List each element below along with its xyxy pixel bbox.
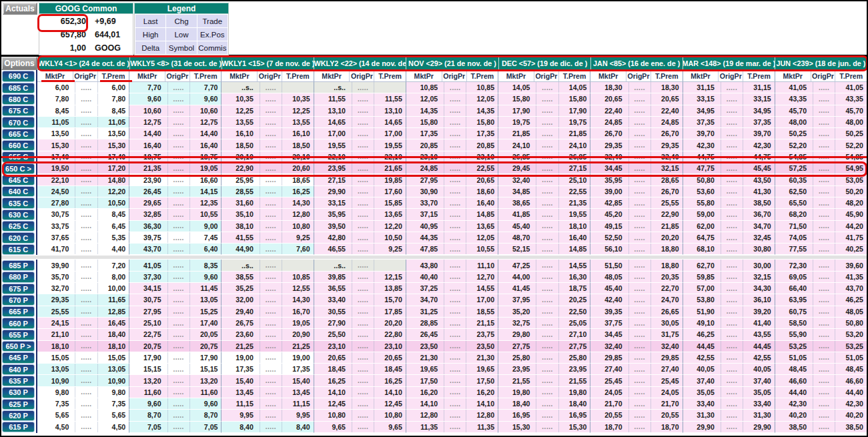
tprem-cell[interactable]: 45,70	[835, 105, 867, 116]
tprem-cell[interactable]: 41,35	[835, 272, 867, 282]
mktpr-cell[interactable]: 40,20	[775, 410, 813, 420]
origpr-dots[interactable]: .....	[536, 422, 558, 432]
tprem-cell[interactable]: 18,10	[559, 221, 590, 232]
mktpr-cell[interactable]: 19,65	[406, 364, 444, 374]
mktpr-cell[interactable]: 11,35	[406, 422, 444, 432]
mktpr-cell[interactable]: 14,10	[314, 387, 352, 398]
expiry-header-0[interactable]: WKLY4 <1> (24 de oct. de )	[37, 57, 129, 70]
mktpr-cell[interactable]: 38,55	[222, 272, 260, 282]
origpr-dots[interactable]: .....	[260, 151, 282, 162]
origpr-dots[interactable]: .....	[721, 364, 743, 374]
origpr-dots[interactable]: .....	[536, 352, 558, 363]
origpr-dots[interactable]: .....	[75, 260, 97, 270]
origpr-dots[interactable]: .....	[629, 105, 651, 116]
mktpr-cell[interactable]: 36,30	[129, 221, 167, 232]
origpr-dots[interactable]: .....	[629, 209, 651, 220]
origpr-dots[interactable]: .....	[721, 283, 743, 294]
tprem-cell[interactable]: 36,10	[743, 294, 775, 305]
expiry-header-3[interactable]: WKLY2 <22> (14 de nov. de	[314, 57, 406, 70]
mktpr-cell[interactable]: 46,55	[314, 244, 352, 254]
mktpr-cell[interactable]: 5,65	[37, 410, 75, 420]
mktpr-cell[interactable]: 35,70	[37, 272, 75, 282]
tprem-cell[interactable]: 24,70	[651, 294, 683, 305]
mktpr-cell[interactable]: 34,95	[683, 105, 721, 116]
mktpr-cell[interactable]: 34,45	[590, 329, 628, 340]
mktpr-cell[interactable]: 30,75	[37, 209, 75, 220]
tprem-cell[interactable]: 18,40	[559, 398, 590, 409]
origpr-dots[interactable]: .....	[813, 221, 835, 232]
call-strike-button[interactable]: 615 C	[2, 244, 35, 255]
origpr-dots[interactable]: .....	[721, 398, 743, 409]
origpr-dots[interactable]: .....	[168, 93, 190, 104]
mktpr-cell[interactable]: 33,15	[314, 197, 352, 208]
origpr-dots[interactable]: .....	[444, 163, 466, 173]
mktpr-cell[interactable]: 39,70	[683, 128, 721, 139]
mktpr-cell[interactable]: 33,40	[683, 398, 721, 409]
mktpr-cell[interactable]: 56,10	[590, 244, 628, 254]
mktpr-cell[interactable]: ..s..	[314, 82, 352, 93]
origpr-dots[interactable]: .....	[536, 221, 558, 232]
mktpr-cell[interactable]: 37,25	[406, 283, 444, 294]
origpr-dots[interactable]: .....	[721, 375, 743, 386]
put-strike-button[interactable]: 625 P	[2, 399, 35, 410]
tprem-cell[interactable]: 26,65	[651, 306, 683, 317]
origpr-dots[interactable]: .....	[168, 260, 190, 270]
options-button[interactable]: Options	[1, 57, 37, 70]
origpr-dots[interactable]: .....	[629, 117, 651, 127]
tprem-cell[interactable]: 48,05	[835, 306, 867, 317]
tprem-cell[interactable]: 23,50	[466, 341, 498, 352]
mktpr-cell[interactable]: 13,20	[129, 375, 167, 386]
origpr-dots[interactable]: .....	[721, 117, 743, 127]
origpr-dots[interactable]: .....	[75, 186, 97, 197]
origpr-dots[interactable]: .....	[260, 139, 282, 150]
origpr-dots[interactable]: .....	[721, 174, 743, 185]
origpr-dots[interactable]: .....	[352, 197, 374, 208]
tprem-cell[interactable]: 19,05	[190, 163, 222, 173]
tprem-cell[interactable]: 32,15	[743, 272, 775, 282]
call-strike-button[interactable]: 670 C	[2, 117, 35, 127]
mktpr-cell[interactable]: 25,55	[37, 306, 75, 317]
tprem-cell[interactable]: 31,15	[743, 82, 775, 93]
tprem-cell[interactable]: 11,15	[282, 398, 314, 409]
tprem-cell[interactable]: 53,25	[835, 341, 867, 352]
tprem-cell[interactable]: 13,45	[282, 387, 314, 398]
origpr-dots[interactable]: .....	[536, 260, 558, 270]
tprem-cell[interactable]: 21,30	[466, 352, 498, 363]
origpr-dots[interactable]: .....	[444, 105, 466, 116]
mktpr-cell[interactable]: 47,85	[406, 244, 444, 254]
tprem-cell[interactable]: 7,35	[98, 398, 129, 409]
tprem-cell[interactable]: 44,45	[743, 341, 775, 352]
tprem-cell[interactable]: 9,80	[98, 387, 129, 398]
tprem-cell[interactable]: 14,85	[559, 244, 590, 254]
tprem-cell[interactable]: 43,70	[835, 283, 867, 294]
origpr-dots[interactable]: .....	[629, 93, 651, 104]
mktpr-cell[interactable]: 15,30	[37, 139, 75, 150]
tprem-cell[interactable]: 9,65	[374, 422, 406, 432]
mktpr-cell[interactable]: 10,60	[129, 105, 167, 116]
put-strike-button[interactable]: 660 P	[2, 318, 35, 328]
origpr-dots[interactable]: .....	[536, 318, 558, 328]
mktpr-cell[interactable]: 57,25	[775, 163, 813, 173]
origpr-dots[interactable]: .....	[260, 410, 282, 420]
origpr-dots[interactable]: .....	[352, 163, 374, 173]
origpr-dots[interactable]: .....	[813, 139, 835, 150]
origpr-dots[interactable]: .....	[444, 364, 466, 374]
origpr-dots[interactable]: .....	[260, 387, 282, 398]
tprem-cell[interactable]: 17,20	[98, 163, 129, 173]
origpr-dots[interactable]: .....	[75, 398, 97, 409]
mktpr-cell[interactable]: 11,60	[129, 387, 167, 398]
origpr-dots[interactable]: .....	[813, 375, 835, 386]
tprem-cell[interactable]: 22,70	[651, 283, 683, 294]
mktpr-cell[interactable]: 18,45	[314, 364, 352, 374]
mktpr-cell[interactable]: 12,25	[222, 105, 260, 116]
origpr-dots[interactable]: .....	[536, 306, 558, 317]
origpr-dots[interactable]: .....	[813, 283, 835, 294]
tprem-cell[interactable]: 22,10	[374, 151, 406, 162]
origpr-dots[interactable]: .....	[536, 387, 558, 398]
tprem-cell[interactable]: 7,45	[190, 232, 222, 243]
mktpr-cell[interactable]: 58,50	[775, 318, 813, 328]
tprem-cell[interactable]: 39,60	[835, 260, 867, 270]
origpr-dots[interactable]: .....	[721, 387, 743, 398]
mktpr-cell[interactable]: 8,40	[222, 422, 260, 432]
origpr-dots[interactable]: .....	[444, 82, 466, 93]
